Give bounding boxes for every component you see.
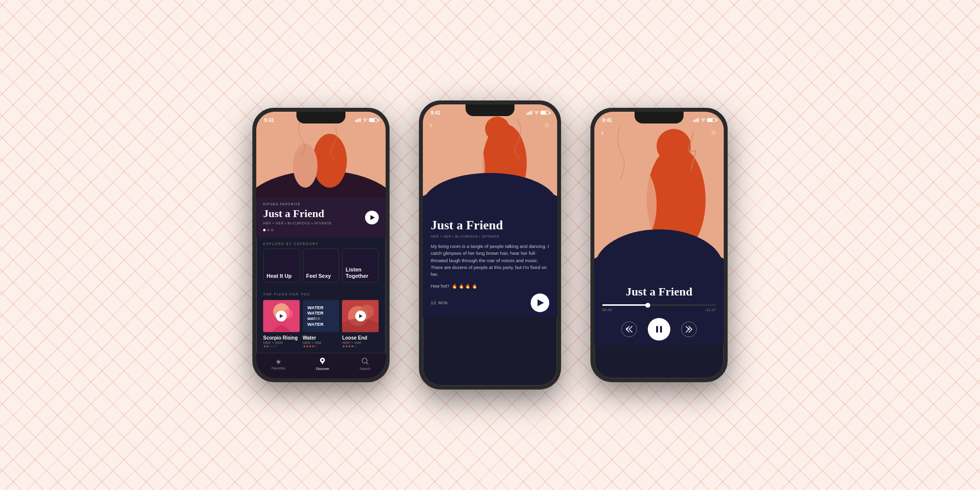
pause-bar-right	[660, 326, 662, 333]
progress-bar[interactable]	[602, 304, 716, 306]
forward-button[interactable]: 30	[681, 321, 697, 337]
category-label-3: Listen Together	[345, 267, 375, 279]
battery-icon-2	[540, 111, 549, 115]
forward-icon: 30	[684, 325, 694, 334]
svg-rect-32	[695, 120, 696, 122]
signal-icon-3	[693, 118, 699, 122]
story-play-button[interactable]	[531, 294, 549, 312]
svg-rect-2	[358, 119, 359, 122]
picks-label: TOP PICKS FOR YOU	[256, 288, 386, 299]
battery-icon	[369, 118, 378, 122]
status-icons-3	[693, 118, 716, 122]
category-grid: Heat It Up Feel Sexy Listen Together	[256, 248, 386, 288]
featured-card: DIPSEA FAVORITE Just a Friend HER + HER …	[256, 197, 386, 237]
tab-discover[interactable]: Discover	[316, 358, 329, 370]
wifi-icon	[363, 118, 368, 122]
pick-3-meta: HER + HIM	[342, 341, 379, 344]
dot-2	[267, 229, 270, 231]
signal-icon	[355, 118, 361, 122]
phone-1: 9:41	[252, 108, 390, 382]
player-pause-button[interactable]	[648, 318, 670, 341]
play-triangle-icon	[538, 299, 544, 306]
svg-text:WATER: WATER	[307, 305, 323, 310]
pick-2-artwork: WATER WATER WATER WATER	[303, 299, 340, 333]
favorite-button[interactable]: ☆	[544, 121, 550, 129]
svg-text:WATER: WATER	[307, 322, 323, 327]
pick-3-play-button[interactable]	[355, 311, 366, 321]
progress-knob[interactable]	[645, 303, 650, 308]
category-listen-together[interactable]: Listen Together	[342, 248, 379, 283]
player-times: 00:45 -11:27	[602, 308, 716, 312]
player-controls: 30 30	[602, 318, 716, 341]
card-title: Just a Friend	[263, 208, 379, 220]
favorites-label: Favorites	[271, 367, 286, 370]
pick-2-name: Water	[303, 335, 340, 341]
pick-1-play-button[interactable]	[276, 311, 287, 321]
svg-point-7	[293, 144, 318, 188]
category-label-1: Heat It Up	[267, 273, 292, 279]
search-icon	[362, 358, 368, 366]
back-button[interactable]: ‹	[430, 121, 432, 129]
svg-rect-23	[530, 111, 531, 115]
svg-rect-34	[698, 118, 699, 122]
tab-favorites[interactable]: ★ Favorites	[271, 358, 286, 370]
pick-2-meta: HER + HIM	[303, 341, 340, 344]
player-title: Just a Friend	[602, 285, 716, 298]
player-favorite-button[interactable]: ☆	[710, 128, 717, 136]
svg-rect-1	[357, 120, 358, 122]
pick-item-2[interactable]: WATER WATER WATER WATER Water HER + HIM …	[303, 299, 340, 348]
tab-search[interactable]: Search	[360, 358, 370, 370]
flame-icons: 🔥 🔥 🔥 🔥	[452, 284, 477, 289]
wifi-icon-2	[534, 111, 539, 115]
pick-art-2: WATER WATER WATER WATER	[303, 299, 340, 333]
play-icon	[280, 314, 283, 318]
category-heat-it-up[interactable]: Heat It Up	[263, 248, 300, 283]
svg-rect-31	[693, 120, 694, 122]
pick-1-meta: HER + HER	[263, 341, 300, 344]
discover-icon	[318, 358, 326, 366]
svg-rect-24	[531, 111, 532, 115]
flame-3: 🔥	[465, 284, 470, 289]
player-nav: ‹ ☆	[594, 125, 724, 139]
status-icons-2	[527, 111, 549, 115]
status-icons-1	[355, 118, 378, 122]
pick-2-stars: ★★★★☆	[303, 344, 340, 348]
rewind-button[interactable]: 30	[621, 321, 637, 337]
story-content: Just a Friend HER + HER • BI-CURIOUS • I…	[423, 212, 557, 318]
player-hero: ‹ ☆	[594, 112, 724, 278]
category-label-2: Feel Sexy	[306, 273, 331, 279]
pick-3-stars: ★★★★☆	[342, 344, 379, 348]
pick-1-stars: ★★☆☆☆	[263, 344, 300, 348]
time-elapsed: 00:45	[602, 308, 612, 312]
pick-3-name: Loose End	[342, 335, 379, 341]
svg-text:WATER: WATER	[307, 311, 323, 316]
svg-text:30: 30	[687, 327, 690, 330]
tab-bar: ★ Favorites Discover Search	[256, 353, 386, 378]
flame-1: 🔥	[452, 284, 457, 289]
discover-label: Discover	[316, 367, 329, 370]
time-1: 9:41	[264, 118, 274, 123]
card-play-button[interactable]	[365, 211, 379, 224]
pick-item-3[interactable]: Loose End HER + HIM ★★★★☆	[342, 299, 379, 348]
svg-rect-3	[360, 118, 361, 122]
time-remaining: -11:27	[705, 308, 716, 312]
story-footer: 12 MIN	[431, 294, 549, 312]
story-title: Just a Friend	[431, 218, 549, 233]
card-pagination	[263, 229, 379, 231]
pause-icon	[656, 326, 662, 333]
player-back-button[interactable]: ‹	[601, 128, 604, 136]
pause-bar-left	[656, 326, 658, 333]
heat-rating: How hot? 🔥 🔥 🔥 🔥	[431, 284, 549, 289]
svg-text:30: 30	[626, 327, 629, 330]
dipsea-label: DIPSEA FAVORITE	[263, 202, 379, 206]
pick-item-1[interactable]: Scorpio Rising HER + HER ★★☆☆☆	[263, 299, 300, 348]
time-2: 9:41	[431, 110, 441, 116]
play-icon	[359, 314, 363, 318]
battery-icon-3	[707, 118, 716, 122]
card-subtitle: HER + HER • BI-CURIOUS • INTIMATE	[263, 221, 379, 225]
story-nav: ‹ ☆	[423, 118, 557, 132]
category-feel-sexy[interactable]: Feel Sexy	[303, 248, 340, 283]
pick-1-name: Scorpio Rising	[263, 335, 300, 341]
flame-4: 🔥	[472, 284, 477, 289]
svg-text:WATER: WATER	[307, 317, 320, 321]
